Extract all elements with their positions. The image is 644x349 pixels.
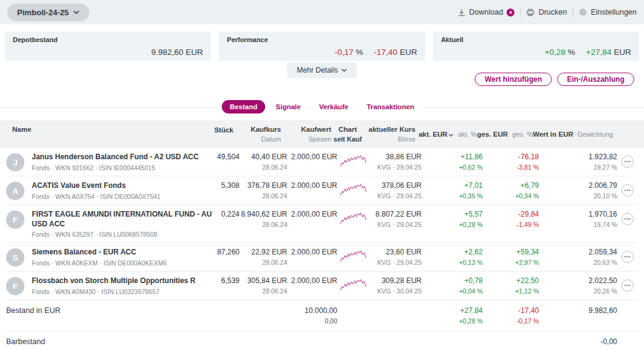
totals-label: Barbestand xyxy=(6,337,45,346)
header-ges-eur: ges. EUR ges. % xyxy=(477,126,533,138)
portfolio-selector-button[interactable]: Pimboli-24-25 xyxy=(7,4,89,21)
download-label: Download xyxy=(469,8,503,16)
more-details-button[interactable]: Mehr Details xyxy=(287,62,357,78)
card-depotbestand: Depotbestand 9.982,60 EUR xyxy=(5,32,211,61)
cell-stueck: 0,224 xyxy=(213,210,240,218)
table-row: F FIRST EAGLE AMUNDI INTERNATIONAL FUND … xyxy=(6,205,638,243)
totals-wert: 9.982,60 xyxy=(539,306,617,315)
table-row: J Janus Henderson Balanced Fund - A2 USD… xyxy=(6,148,638,176)
chevron-down-icon xyxy=(342,68,347,72)
plus-circle-icon[interactable]: + xyxy=(507,9,514,16)
table-row: S Siemens Balanced - EUR ACC Fonds · WKN… xyxy=(6,243,638,272)
cell-kaufwert: 2.000,00 EUR xyxy=(287,153,337,161)
summary-cards: Depotbestand 9.982,60 EUR Performance -0… xyxy=(0,24,644,61)
tab-verkaeufe[interactable]: Verkäufe xyxy=(311,100,356,113)
payin-payout-button[interactable]: Ein-/Auszahlung xyxy=(557,73,634,86)
table-row: F Flossbach von Storch Multiple Opportun… xyxy=(6,272,638,300)
fund-meta: Fonds · WKN A0M430 · ISIN LU0323578657 xyxy=(32,288,196,295)
cell-aktueller-kurs: 309,28 EUR KVG · 30.04.25 xyxy=(370,276,422,295)
header-kaufkurs: Kaufkurs Datum xyxy=(233,126,281,143)
fund-name-link[interactable]: FIRST EAGLE AMUNDI INTERNATIONAL FUND - … xyxy=(32,210,213,229)
cell-chart xyxy=(337,181,370,200)
table-body: J Janus Henderson Balanced Fund - A2 USD… xyxy=(6,148,638,300)
fund-name-link[interactable]: Siemens Balanced - EUR ACC xyxy=(32,248,167,257)
cell-ges: +59,34 +2,97 % xyxy=(483,248,539,266)
table-row: A ACATIS Value Event Fonds Fonds · WKN A… xyxy=(6,176,638,205)
cell-stueck: 87,260 xyxy=(213,248,240,256)
performance-amount: -17,40 xyxy=(374,48,397,57)
header-wert: Wert in EUR Gewichtung xyxy=(533,126,611,138)
controls-row: Mehr Details Wert hinzufügen Ein-/Auszah… xyxy=(0,61,644,90)
row-menu-button[interactable]: ••• xyxy=(621,213,634,225)
avatar: J xyxy=(6,153,24,171)
sparkline-chart xyxy=(340,211,368,227)
row-menu-button[interactable]: ••• xyxy=(621,251,634,263)
cell-kaufwert: 2.000,00 EUR xyxy=(287,181,337,190)
cell-akt: +11,86 +0,62 % xyxy=(422,153,483,171)
sparkline-chart xyxy=(340,278,368,293)
tab-signale[interactable]: Signale xyxy=(268,100,309,113)
row-menu-button[interactable]: ••• xyxy=(621,184,634,196)
tab-transaktionen[interactable]: Transaktionen xyxy=(359,100,422,113)
performance-percent: -0,17 xyxy=(335,48,354,57)
print-button[interactable]: Drucken xyxy=(526,8,567,16)
cell-kaufwert: 2.000,00 EUR xyxy=(287,210,337,218)
totals-row-bestand: Bestand in EUR 10.000,00 0,00 +27,84 +0,… xyxy=(6,300,638,331)
cell-chart xyxy=(337,248,370,267)
card-label: Depotbestand xyxy=(13,36,203,43)
row-menu-button[interactable]: ••• xyxy=(621,279,634,292)
cell-kaufkurs: 22,92 EUR 28.06.24 xyxy=(240,248,287,266)
header-akt-eur-sort[interactable]: akt. EUR akt. % xyxy=(415,126,477,138)
tab-bestand[interactable]: Bestand xyxy=(222,100,265,113)
avatar: S xyxy=(6,248,24,267)
fund-meta: Fonds · WKN A0KEXM · ISIN DE000A0KEXM6 xyxy=(32,259,167,267)
add-value-button[interactable]: Wert hinzufügen xyxy=(475,73,552,86)
cell-akt: +2,62 +0,13 % xyxy=(422,248,483,266)
fund-meta: Fonds · WKN 635297 · ISIN LU0068578508 xyxy=(32,231,213,238)
cell-ges: +22,50 +1,12 % xyxy=(483,276,539,295)
cell-kaufkurs: 305,84 EUR 28.06.24 xyxy=(240,276,287,295)
divider xyxy=(573,7,573,17)
totals-row-barbestand: Barbestand -0,00 xyxy=(6,331,638,349)
card-value: -0,17 % -17,40 EUR xyxy=(335,48,417,57)
row-menu-button[interactable]: ••• xyxy=(621,156,634,168)
cell-stueck: 49,504 xyxy=(213,153,240,161)
aktuell-amount: +27,84 xyxy=(586,48,612,57)
header-stueck: Stück xyxy=(214,126,233,134)
avatar: A xyxy=(6,182,24,200)
settings-button[interactable]: Einstellungen xyxy=(579,8,637,16)
fund-name-link[interactable]: Janus Henderson Balanced Fund - A2 USD A… xyxy=(32,153,199,162)
download-button[interactable]: Download + xyxy=(458,8,515,16)
cell-wert: 1.970,16 19,74 % xyxy=(539,210,617,228)
cell-kaufkurs: 8.940,62 EUR 28.06.24 xyxy=(240,210,287,228)
topbar: Pimboli-24-25 Download + Drucken Einstel… xyxy=(0,0,644,24)
cell-chart xyxy=(337,153,370,171)
card-value: +0,28 % +27,84 EUR xyxy=(544,48,631,57)
cell-kaufwert: 2.000,00 EUR xyxy=(287,248,337,256)
fund-name-link[interactable]: Flossbach von Storch Multiple Opportunit… xyxy=(32,276,196,286)
cell-aktueller-kurs: 38,86 EUR KVG · 29.04.25 xyxy=(370,153,422,171)
tabs-bar: Bestand Signale Verkäufe Transaktionen xyxy=(0,100,644,115)
cell-wert: 2.006,79 20,10 % xyxy=(539,181,617,200)
totals-akt: +27,84 +0,28 % xyxy=(422,306,483,325)
table-header: Name Stück Kaufkurs Datum Kaufwert Spese… xyxy=(0,120,644,148)
cell-ges: -76,18 -3,81 % xyxy=(483,153,539,171)
cell-kaufwert: 2.000,00 EUR xyxy=(287,276,337,285)
cell-akt: +0,78 +0,04 % xyxy=(422,276,483,295)
fund-meta: Fonds · WKN A0X754 · ISIN DE000A0X7541 xyxy=(32,193,161,200)
fund-name-link[interactable]: ACATIS Value Event Fonds xyxy=(32,181,161,191)
card-aktuell: Aktuell +0,28 % +27,84 EUR xyxy=(433,32,639,61)
download-icon xyxy=(458,9,466,16)
card-value: 9.982,60 EUR xyxy=(152,48,203,57)
fund-meta: Fonds · WKN 921662 · ISIN IE0004445015 xyxy=(32,164,199,171)
totals-kaufwert: 10.000,00 0,00 xyxy=(287,306,337,325)
cell-chart xyxy=(337,210,370,229)
totals-ges: -17,40 -0,17 % xyxy=(483,306,539,325)
cell-wert: 2.022,50 20,26 % xyxy=(539,276,617,295)
barbestand-wert: -0,00 xyxy=(539,337,617,346)
portfolio-selector-label: Pimboli-24-25 xyxy=(17,8,69,17)
holdings-table: Name Stück Kaufkurs Datum Kaufwert Spese… xyxy=(0,120,644,349)
cell-stueck: 5,308 xyxy=(213,181,240,190)
cell-wert: 2.059,34 20,63 % xyxy=(539,248,617,266)
cell-kaufkurs: 40,40 EUR 28.06.24 xyxy=(240,153,287,171)
